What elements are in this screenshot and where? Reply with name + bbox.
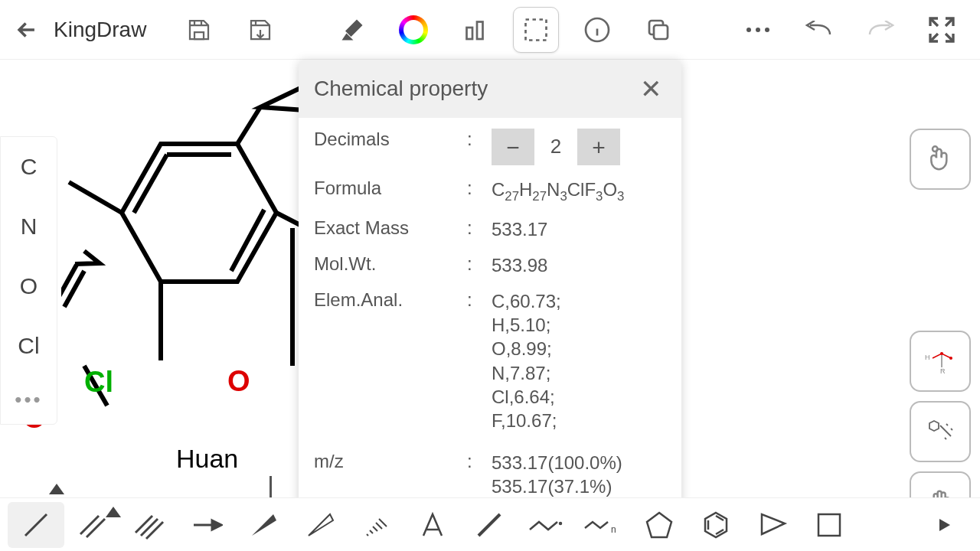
atom-label-o-right: O <box>227 365 250 398</box>
svg-marker-37 <box>309 514 333 536</box>
toolbar-next-button[interactable] <box>916 502 972 548</box>
svg-marker-27 <box>929 421 939 431</box>
long-bond-button[interactable] <box>461 502 518 548</box>
panel-body: Decimals : − 2 + Formula : C27H27N3ClF3O… <box>299 118 681 514</box>
fragment-tool-button[interactable]: HR <box>910 331 971 392</box>
svg-line-30 <box>87 519 105 537</box>
svg-rect-0 <box>467 28 473 39</box>
svg-rect-2 <box>526 19 547 40</box>
copy-button[interactable] <box>635 7 681 53</box>
more-menu-button[interactable] <box>735 7 781 53</box>
wedge-hollow-button[interactable] <box>291 502 348 548</box>
arrow-bond-button[interactable] <box>178 502 234 548</box>
svg-line-41 <box>376 523 382 529</box>
svg-point-44 <box>560 523 561 524</box>
lasso-select-button[interactable] <box>513 7 559 53</box>
save-as-button[interactable] <box>237 7 283 53</box>
mol-wt-value: 533.98 <box>492 253 666 277</box>
triple-bond-button[interactable] <box>121 502 178 548</box>
svg-marker-8 <box>122 144 276 282</box>
decimals-increment[interactable]: + <box>577 129 620 165</box>
pentagon-button[interactable] <box>631 502 688 548</box>
magic-tool-button[interactable] <box>910 401 971 462</box>
close-button[interactable]: ✕ <box>635 73 666 104</box>
svg-point-24 <box>949 357 952 360</box>
svg-line-14 <box>69 182 122 213</box>
mz-label: m/z <box>314 451 467 472</box>
gesture-tool-button[interactable] <box>910 129 971 190</box>
back-button[interactable] <box>8 11 46 49</box>
element-cl[interactable]: Cl <box>1 316 57 376</box>
formula-label: Formula <box>314 178 467 199</box>
svg-marker-51 <box>762 514 785 534</box>
svg-line-40 <box>373 527 377 531</box>
fullscreen-button[interactable] <box>919 7 965 53</box>
element-palette: C N O Cl ••• <box>0 136 57 425</box>
exact-mass-label: Exact Mass <box>314 217 467 239</box>
svg-marker-46 <box>647 513 671 537</box>
element-more[interactable]: ••• <box>1 376 57 424</box>
element-n[interactable]: N <box>1 197 57 256</box>
svg-line-19 <box>276 213 300 225</box>
svg-rect-52 <box>818 514 840 536</box>
svg-line-31 <box>136 516 152 533</box>
square-button[interactable] <box>801 502 858 548</box>
hashed-wedge-button[interactable] <box>348 502 404 548</box>
color-ring-icon <box>399 15 428 44</box>
svg-line-42 <box>379 519 387 527</box>
svg-rect-4 <box>654 25 668 39</box>
svg-line-12 <box>237 107 260 144</box>
undo-button[interactable] <box>796 7 842 53</box>
svg-marker-35 <box>212 520 221 530</box>
svg-line-29 <box>80 516 99 534</box>
snap-button[interactable] <box>452 7 498 53</box>
svg-rect-1 <box>477 21 483 39</box>
svg-text:R: R <box>940 367 946 375</box>
panel-title: Chemical property <box>314 77 488 101</box>
exact-mass-value: 533.17 <box>492 217 666 241</box>
save-button[interactable] <box>176 7 222 53</box>
redo-button[interactable] <box>858 7 903 53</box>
canvas-area[interactable]: Cl O O Huan C N O Cl ••• HR Chemical pro… <box>0 60 980 497</box>
svg-point-21 <box>933 146 938 152</box>
structure-label: Huan <box>176 444 238 474</box>
svg-line-39 <box>370 530 373 533</box>
svg-marker-53 <box>939 519 950 531</box>
app-title: KingDraw <box>54 18 153 42</box>
svg-line-32 <box>141 519 158 536</box>
svg-line-33 <box>146 522 163 539</box>
right-tools: HR <box>910 129 971 533</box>
eraser-button[interactable] <box>329 7 375 53</box>
decimals-decrement[interactable]: − <box>492 129 534 165</box>
decimals-value: 2 <box>534 134 577 160</box>
elem-anal-label: Elem.Anal. <box>314 289 467 311</box>
info-button[interactable] <box>574 7 620 53</box>
svg-line-38 <box>367 534 368 536</box>
element-o[interactable]: O <box>1 256 57 316</box>
svg-line-43 <box>479 514 500 536</box>
single-bond-button[interactable] <box>8 502 64 548</box>
svg-line-17 <box>64 271 84 307</box>
decimals-stepper: − 2 + <box>492 129 620 165</box>
atom-label-cl: Cl <box>84 366 113 399</box>
svg-line-28 <box>25 514 47 536</box>
mol-wt-label: Mol.Wt. <box>314 253 467 275</box>
wedge-solid-button[interactable] <box>234 502 291 548</box>
svg-point-23 <box>940 352 943 355</box>
svg-marker-36 <box>252 514 276 536</box>
elem-anal-value: C,60.73; H,5.10; O,8.99; N,7.87; Cl,6.64… <box>492 289 666 432</box>
zigzag-n-button[interactable]: n <box>574 502 631 548</box>
svg-point-5 <box>746 28 751 32</box>
chain-button[interactable] <box>518 502 574 548</box>
formula-value: C27H27N3ClF3O3 <box>492 178 666 205</box>
triangle-button[interactable] <box>744 502 801 548</box>
top-toolbar: KingDraw <box>0 0 980 60</box>
benzene-button[interactable] <box>688 502 744 548</box>
panel-header: Chemical property ✕ <box>299 60 681 118</box>
text-label-button[interactable] <box>404 502 461 548</box>
color-button[interactable] <box>390 7 436 53</box>
svg-point-7 <box>765 28 769 32</box>
element-c[interactable]: C <box>1 137 57 197</box>
bond-toolbar: n <box>0 497 980 551</box>
mz-value: 533.17(100.0%) 535.17(37.1%) <box>492 451 666 498</box>
